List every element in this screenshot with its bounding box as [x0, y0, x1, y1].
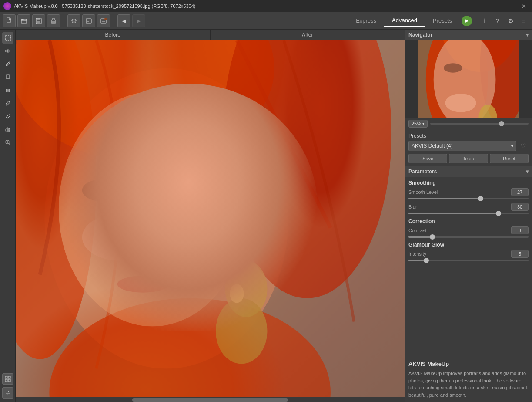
open-button[interactable] — [17, 14, 30, 27]
navigator-header[interactable]: Navigator ▾ — [405, 30, 532, 40]
eraser-tool[interactable] — [2, 84, 13, 96]
delete-preset-button[interactable]: Delete — [449, 154, 488, 163]
main-toolbar: ◄ ► Express Advanced Presets ▶ ℹ ? ⚙ ≡ — [0, 12, 532, 30]
toolbar-right: ℹ ? ⚙ ≡ — [476, 15, 532, 27]
print-button[interactable] — [47, 14, 60, 27]
settings3-button[interactable] — [97, 14, 110, 27]
tab-presets[interactable]: Presets — [425, 15, 460, 27]
preset-dropdown[interactable]: AKVIS Default (4) ▾ — [408, 141, 516, 151]
canvas-area: Before After — [16, 30, 405, 402]
swap-button[interactable] — [2, 387, 13, 399]
window-title: AKVIS Makeup v.8.0 - 575335123-shutterst… — [14, 3, 492, 9]
canvas-scrollbar-thumb[interactable] — [132, 398, 288, 402]
smudge-tool[interactable] — [2, 111, 13, 122]
svg-rect-0 — [7, 18, 10, 23]
minimize-button[interactable]: – — [495, 1, 504, 11]
correction-title: Correction — [405, 217, 532, 226]
toolbar-separator-2 — [114, 16, 114, 26]
intensity-thumb[interactable] — [424, 258, 429, 263]
more-button[interactable]: ≡ — [518, 15, 529, 27]
svg-line-13 — [7, 64, 7, 65]
reset-preset-button[interactable]: Reset — [490, 154, 529, 163]
tab-bar: Express Advanced Presets ▶ — [344, 14, 476, 27]
hand-tool[interactable] — [2, 124, 13, 135]
intensity-value[interactable]: 5 — [511, 250, 529, 258]
info-text: AKVIS MakeUp improves portraits and adds… — [408, 370, 529, 399]
nav-zoom-slider[interactable] — [430, 123, 529, 125]
smooth-level-thumb[interactable] — [478, 196, 483, 201]
forward-button[interactable]: ► — [132, 14, 145, 27]
info-button[interactable]: ℹ — [479, 15, 490, 27]
blur-slider[interactable] — [408, 213, 529, 214]
app-icon — [3, 2, 11, 10]
canvas-scrollbar[interactable] — [16, 397, 405, 402]
tab-express[interactable]: Express — [348, 15, 384, 27]
smooth-level-row: Smooth Level 27 — [405, 187, 532, 197]
smooth-level-label: Smooth Level — [408, 189, 509, 195]
intensity-row: Intensity 5 — [405, 249, 532, 259]
svg-rect-11 — [5, 35, 10, 41]
stamp-tool[interactable] — [2, 71, 13, 83]
blur-thumb[interactable] — [496, 211, 501, 216]
contrast-thumb[interactable] — [430, 234, 435, 240]
preset-dropdown-icon: ▾ — [511, 144, 513, 149]
svg-point-33 — [82, 214, 157, 261]
svg-point-39 — [117, 276, 169, 293]
contrast-row: Contrast 3 — [405, 226, 532, 235]
blur-row: Blur 30 — [405, 202, 532, 212]
svg-rect-8 — [86, 19, 91, 23]
settings2-button[interactable] — [82, 14, 95, 27]
save-button[interactable] — [32, 14, 45, 27]
zoom-display[interactable]: 25% ▾ — [408, 120, 428, 128]
smooth-level-slider[interactable] — [408, 198, 529, 199]
contrast-label: Contrast — [408, 228, 509, 233]
main-content: Before After — [0, 30, 532, 402]
smooth-level-fill — [408, 198, 481, 199]
contrast-slider-row — [405, 235, 532, 240]
nav-zoom-slider-thumb[interactable] — [499, 121, 504, 126]
nav-image — [418, 40, 519, 118]
svg-line-19 — [9, 144, 10, 145]
grid-button[interactable] — [2, 373, 13, 385]
intensity-slider[interactable] — [408, 260, 529, 261]
settings1-button[interactable] — [67, 14, 80, 27]
parameters-header[interactable]: Parameters ▾ — [405, 166, 532, 177]
maximize-button[interactable]: □ — [507, 1, 516, 11]
svg-point-7 — [73, 20, 75, 22]
svg-rect-16 — [6, 89, 10, 92]
parameters-section: Parameters ▾ Smoothing Smooth Level 27 B… — [405, 166, 532, 357]
intensity-slider-row — [405, 259, 532, 264]
brush-tool[interactable] — [2, 58, 13, 70]
navigator-section: Navigator ▾ — [405, 30, 532, 130]
svg-rect-3 — [37, 18, 40, 20]
glamour-glow-title: Glamour Glow — [405, 240, 532, 249]
nav-left-strip — [405, 40, 418, 118]
contrast-slider[interactable] — [408, 236, 529, 238]
smooth-level-value[interactable]: 27 — [511, 188, 529, 196]
dropper-tool[interactable] — [2, 98, 13, 109]
presets-section: Presets AKVIS Default (4) ▾ ♡ Save Delet… — [405, 130, 532, 166]
zoom-tool[interactable] — [2, 137, 13, 148]
svg-point-32 — [59, 92, 246, 327]
help-button[interactable]: ? — [492, 15, 503, 27]
select-tool[interactable] — [2, 32, 13, 44]
contrast-value[interactable]: 3 — [511, 226, 529, 234]
back-button[interactable]: ◄ — [117, 14, 130, 27]
toolbar-separator-1 — [64, 16, 64, 26]
play-button[interactable]: ▶ — [462, 16, 472, 26]
settings-button[interactable]: ⚙ — [505, 15, 516, 27]
new-button[interactable] — [3, 14, 16, 27]
close-button[interactable]: ✕ — [519, 1, 529, 11]
canvas-content[interactable] — [16, 40, 405, 397]
eye-tool[interactable] — [2, 45, 13, 57]
svg-point-34 — [82, 179, 129, 202]
favorite-button[interactable]: ♡ — [518, 141, 529, 151]
svg-rect-22 — [5, 376, 7, 378]
save-preset-button[interactable]: Save — [408, 154, 447, 163]
navigator-title: Navigator — [408, 32, 432, 38]
tab-advanced[interactable]: Advanced — [384, 14, 425, 27]
zoom-dropdown-icon: ▾ — [422, 122, 425, 126]
svg-point-45 — [445, 94, 476, 112]
nav-right-strip — [519, 40, 532, 118]
blur-value[interactable]: 30 — [511, 203, 529, 211]
